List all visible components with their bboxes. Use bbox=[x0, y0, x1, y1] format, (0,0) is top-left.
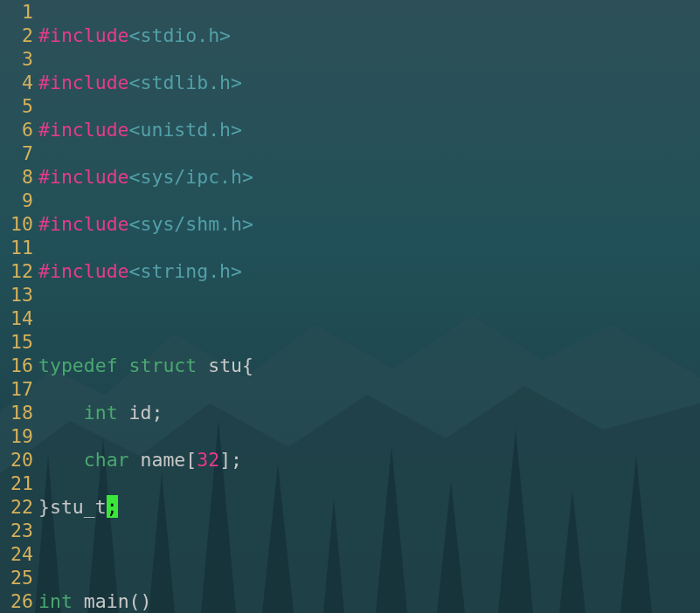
punct-token: [ bbox=[185, 449, 197, 471]
line-number: 26 bbox=[0, 589, 38, 613]
header-token: <stdio.h> bbox=[129, 24, 232, 46]
keyword-token: int bbox=[38, 590, 73, 612]
identifier-token: stu bbox=[208, 355, 242, 376]
number-token: 32 bbox=[197, 449, 219, 471]
line-number: 20 bbox=[0, 448, 38, 472]
code-line[interactable]: int id; bbox=[38, 401, 700, 424]
line-number: 16 bbox=[0, 354, 38, 377]
code-editor[interactable]: 1 2 3 4 5 6 7 8 9 10 11 12 13 14 15 16 1… bbox=[0, 0, 700, 613]
line-number: 19 bbox=[0, 424, 38, 448]
identifier-token: name bbox=[141, 449, 186, 471]
punct-token: () bbox=[129, 590, 152, 612]
keyword-token: struct bbox=[129, 355, 198, 376]
line-number: 24 bbox=[0, 542, 38, 566]
preprocessor-token: #include bbox=[38, 72, 129, 93]
identifier-token: main bbox=[84, 590, 129, 612]
header-token: <sys/shm.h> bbox=[129, 213, 253, 235]
line-number: 11 bbox=[0, 236, 38, 259]
identifier-token: }stu_t bbox=[38, 496, 107, 518]
keyword-token: typedef bbox=[38, 355, 118, 376]
line-number: 7 bbox=[0, 141, 38, 165]
code-line[interactable]: }stu_t; bbox=[38, 495, 700, 519]
line-number: 3 bbox=[0, 47, 38, 71]
code-line[interactable]: int main() bbox=[38, 589, 700, 613]
line-number: 2 bbox=[0, 24, 38, 47]
line-number: 4 bbox=[0, 71, 38, 94]
punct-token: ] bbox=[219, 449, 231, 471]
line-number: 23 bbox=[0, 519, 38, 542]
line-number: 8 bbox=[0, 165, 38, 189]
preprocessor-token: #include bbox=[38, 24, 129, 46]
code-line[interactable]: typedef struct stu{ bbox=[38, 354, 700, 377]
line-number: 10 bbox=[0, 212, 38, 236]
code-line[interactable]: #include<stdlib.h> bbox=[38, 71, 700, 94]
code-line[interactable]: #include<sys/ipc.h> bbox=[38, 165, 700, 189]
line-number: 5 bbox=[0, 94, 38, 118]
indent bbox=[38, 402, 84, 424]
line-number: 17 bbox=[0, 377, 38, 401]
code-line[interactable]: char name[32]; bbox=[38, 448, 700, 472]
header-token: <string.h> bbox=[129, 260, 242, 282]
line-number: 15 bbox=[0, 330, 38, 354]
identifier-token: id bbox=[129, 402, 152, 424]
line-number: 21 bbox=[0, 472, 38, 495]
header-token: <unistd.h> bbox=[129, 119, 242, 141]
header-token: <sys/ipc.h> bbox=[129, 166, 253, 188]
preprocessor-token: #include bbox=[38, 166, 129, 188]
header-token: <stdlib.h> bbox=[129, 72, 242, 93]
preprocessor-token: #include bbox=[38, 213, 129, 235]
code-area[interactable]: #include<stdio.h> #include<stdlib.h> #in… bbox=[38, 0, 700, 613]
line-number: 18 bbox=[0, 401, 38, 424]
code-line[interactable]: #include<stdio.h> bbox=[38, 24, 700, 47]
indent bbox=[38, 449, 84, 471]
code-line[interactable]: #include<string.h> bbox=[38, 259, 700, 283]
code-line[interactable] bbox=[38, 306, 700, 330]
line-number: 14 bbox=[0, 306, 38, 330]
line-number: 6 bbox=[0, 118, 38, 141]
line-number: 9 bbox=[0, 189, 38, 212]
code-line[interactable]: #include<unistd.h> bbox=[38, 118, 700, 141]
preprocessor-token: #include bbox=[38, 260, 129, 282]
line-number: 1 bbox=[0, 0, 38, 24]
punct-token: ; bbox=[151, 402, 163, 424]
line-number: 13 bbox=[0, 283, 38, 306]
keyword-token: char bbox=[84, 449, 129, 471]
code-line[interactable]: #include<sys/shm.h> bbox=[38, 212, 700, 236]
line-number: 25 bbox=[0, 566, 38, 589]
line-number: 22 bbox=[0, 495, 38, 519]
code-line[interactable] bbox=[38, 542, 700, 566]
brace-token: { bbox=[242, 355, 253, 376]
line-number-gutter: 1 2 3 4 5 6 7 8 9 10 11 12 13 14 15 16 1… bbox=[0, 0, 38, 613]
keyword-token: int bbox=[84, 402, 118, 424]
preprocessor-token: #include bbox=[38, 119, 129, 141]
text-cursor: ; bbox=[107, 495, 118, 518]
line-number: 12 bbox=[0, 259, 38, 283]
punct-token: ; bbox=[231, 449, 242, 471]
